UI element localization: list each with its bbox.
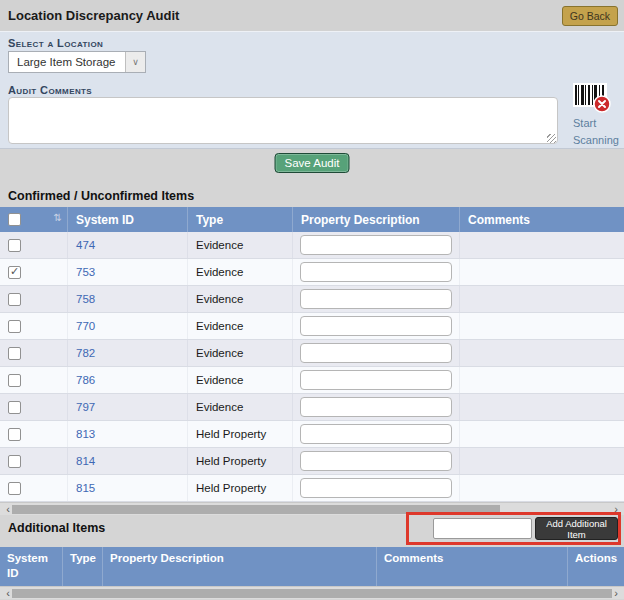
comments-cell: [460, 313, 624, 339]
checkbox-cell: [0, 286, 68, 312]
system-id-link[interactable]: 474: [76, 239, 95, 251]
system-id-link[interactable]: 753: [76, 266, 95, 278]
checkbox-cell: [0, 340, 68, 366]
type-cell: Evidence: [188, 259, 293, 285]
additional-item-input[interactable]: [433, 518, 532, 539]
column-header-type: Type: [63, 547, 103, 586]
table-row: 813Held Property: [0, 421, 624, 448]
column-header-system-id[interactable]: System ID: [68, 207, 188, 232]
header-checkbox-cell: ⇅: [0, 207, 68, 232]
location-discrepancy-audit-page: Location Discrepancy Audit Go Back Selec…: [0, 0, 624, 600]
scroll-right-icon[interactable]: ›: [611, 587, 621, 599]
system-id-link[interactable]: 797: [76, 401, 95, 413]
checkbox-cell: [0, 367, 68, 393]
column-header-actions: Actions: [568, 547, 624, 586]
audit-comments-label: Audit Comments: [8, 84, 92, 96]
property-description-cell: [293, 394, 460, 420]
type-cell: Evidence: [188, 286, 293, 312]
additional-items-table: System ID Type Property Description Comm…: [0, 547, 624, 586]
title-bar: Location Discrepancy Audit Go Back: [0, 0, 624, 31]
textarea-resize-grip[interactable]: [547, 134, 556, 143]
checkbox-cell: [0, 448, 68, 474]
row-checkbox[interactable]: [8, 239, 21, 252]
system-id-link[interactable]: 758: [76, 293, 95, 305]
table-row: 786Evidence: [0, 367, 624, 394]
system-id-link[interactable]: 786: [76, 374, 95, 386]
barcode-cancel-icon: [573, 83, 611, 113]
type-cell: Held Property: [188, 448, 293, 474]
confirmed-table-header: ⇅ System ID Type Property Description Co…: [0, 207, 624, 232]
row-checkbox[interactable]: [8, 455, 21, 468]
system-id-cell: 814: [68, 448, 188, 474]
confirmed-table-body: 474Evidence753Evidence758Evidence770Evid…: [0, 232, 624, 502]
comments-cell: [460, 448, 624, 474]
property-description-input[interactable]: [300, 289, 452, 309]
type-cell: Evidence: [188, 367, 293, 393]
property-description-input[interactable]: [300, 370, 452, 390]
system-id-cell: 786: [68, 367, 188, 393]
property-description-input[interactable]: [300, 262, 452, 282]
property-description-input[interactable]: [300, 235, 452, 255]
audit-comments-textarea[interactable]: [8, 97, 558, 144]
comments-cell: [460, 394, 624, 420]
column-header-comments[interactable]: Comments: [460, 207, 624, 232]
location-select[interactable]: Large Item Storage ∨: [8, 51, 146, 73]
checkbox-cell: [0, 232, 68, 258]
type-cell: Evidence: [188, 313, 293, 339]
sort-icon[interactable]: ⇅: [54, 212, 62, 223]
row-checkbox[interactable]: [8, 428, 21, 441]
system-id-cell: 797: [68, 394, 188, 420]
row-checkbox[interactable]: [8, 374, 21, 387]
checkbox-cell: [0, 475, 68, 501]
table-row: 782Evidence: [0, 340, 624, 367]
table-row: 797Evidence: [0, 394, 624, 421]
property-description-cell: [293, 475, 460, 501]
property-description-cell: [293, 448, 460, 474]
row-checkbox[interactable]: [8, 266, 21, 279]
comments-cell: [460, 475, 624, 501]
column-header-type[interactable]: Type: [188, 207, 293, 232]
save-audit-button[interactable]: Save Audit: [275, 153, 350, 173]
row-checkbox[interactable]: [8, 320, 21, 333]
checkbox-cell: [0, 313, 68, 339]
table-row: 815Held Property: [0, 475, 624, 502]
additional-table-header: System ID Type Property Description Comm…: [0, 547, 624, 586]
horizontal-scrollbar[interactable]: ‹ ›: [0, 586, 624, 599]
property-description-cell: [293, 313, 460, 339]
system-id-link[interactable]: 782: [76, 347, 95, 359]
property-description-input[interactable]: [300, 343, 452, 363]
row-checkbox[interactable]: [8, 482, 21, 495]
type-cell: Held Property: [188, 421, 293, 447]
column-header-property-description[interactable]: Property Description: [293, 207, 460, 232]
property-description-cell: [293, 340, 460, 366]
property-description-input[interactable]: [300, 424, 452, 444]
property-description-input[interactable]: [300, 316, 452, 336]
property-description-input[interactable]: [300, 397, 452, 417]
start-scanning-button[interactable]: Start Scanning: [573, 83, 621, 147]
system-id-link[interactable]: 770: [76, 320, 95, 332]
property-description-cell: [293, 286, 460, 312]
page-title: Location Discrepancy Audit: [8, 8, 179, 23]
property-description-input[interactable]: [300, 451, 452, 471]
select-all-checkbox[interactable]: [8, 213, 21, 226]
row-checkbox[interactable]: [8, 347, 21, 360]
chevron-down-icon[interactable]: ∨: [125, 52, 145, 72]
start-scanning-label-line2: Scanning: [573, 133, 621, 147]
column-header-system-id: System ID: [0, 547, 63, 586]
system-id-link[interactable]: 814: [76, 455, 95, 467]
row-checkbox[interactable]: [8, 293, 21, 306]
scrollbar-thumb[interactable]: [12, 589, 612, 598]
property-description-cell: [293, 367, 460, 393]
property-description-cell: [293, 421, 460, 447]
table-row: 814Held Property: [0, 448, 624, 475]
go-back-button[interactable]: Go Back: [562, 6, 618, 26]
table-row: 770Evidence: [0, 313, 624, 340]
row-checkbox[interactable]: [8, 401, 21, 414]
property-description-input[interactable]: [300, 478, 452, 498]
system-id-cell: 815: [68, 475, 188, 501]
add-additional-item-button[interactable]: Add Additional Item: [535, 517, 618, 540]
type-cell: Evidence: [188, 340, 293, 366]
system-id-link[interactable]: 815: [76, 482, 95, 494]
type-cell: Held Property: [188, 475, 293, 501]
system-id-link[interactable]: 813: [76, 428, 95, 440]
